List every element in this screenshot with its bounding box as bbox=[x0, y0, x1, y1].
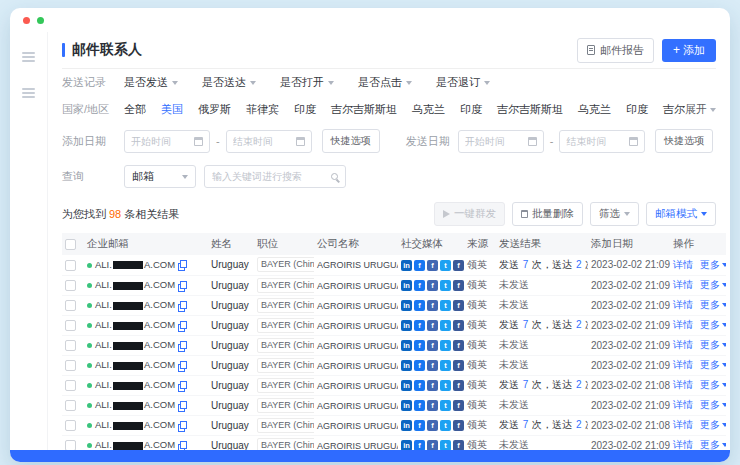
more-dropdown[interactable]: 更多 bbox=[700, 398, 726, 412]
social-icon-facebook[interactable]: f bbox=[427, 260, 438, 271]
row-checkbox[interactable] bbox=[65, 300, 76, 311]
copy-icon[interactable] bbox=[178, 321, 187, 331]
copy-icon[interactable] bbox=[178, 381, 187, 391]
send-record-option[interactable]: 是否点击 bbox=[358, 75, 412, 90]
row-checkbox[interactable] bbox=[65, 420, 76, 431]
social-icon-linkedin[interactable]: in bbox=[401, 420, 412, 431]
social-icon-facebook[interactable]: f bbox=[414, 280, 425, 291]
social-icon-facebook[interactable]: f bbox=[414, 360, 425, 371]
send-record-option[interactable]: 是否发送 bbox=[124, 75, 178, 90]
search-input-wrap[interactable] bbox=[204, 165, 346, 188]
detail-link[interactable]: 详情 bbox=[673, 419, 693, 430]
social-icon-linkedin[interactable]: in bbox=[401, 440, 412, 450]
more-dropdown[interactable]: 更多 bbox=[700, 358, 726, 372]
social-icon-facebook[interactable]: f bbox=[414, 340, 425, 351]
add-contact-button[interactable]: + 添加 bbox=[662, 39, 716, 62]
add-date-end-field[interactable] bbox=[233, 136, 289, 147]
filter-dropdown[interactable]: 筛选 bbox=[590, 202, 639, 226]
social-icon-twitter[interactable]: t bbox=[440, 280, 451, 291]
copy-icon[interactable] bbox=[178, 301, 187, 311]
row-checkbox[interactable] bbox=[65, 360, 76, 371]
more-dropdown[interactable]: 更多 bbox=[700, 318, 726, 332]
social-icon-linkedin[interactable]: in bbox=[401, 380, 412, 391]
country-option[interactable]: 全部 bbox=[124, 102, 146, 117]
copy-icon[interactable] bbox=[178, 281, 187, 291]
copy-icon[interactable] bbox=[178, 361, 187, 371]
social-icon-facebook[interactable]: f bbox=[453, 420, 464, 431]
social-icon-twitter[interactable]: t bbox=[440, 340, 451, 351]
social-icon-facebook[interactable]: f bbox=[427, 280, 438, 291]
social-icon-facebook[interactable]: f bbox=[453, 360, 464, 371]
send-date-quick-button[interactable]: 快捷选项 bbox=[655, 129, 713, 153]
row-checkbox[interactable] bbox=[65, 380, 76, 391]
row-checkbox[interactable] bbox=[65, 440, 76, 450]
copy-icon[interactable] bbox=[178, 421, 187, 431]
copy-icon[interactable] bbox=[178, 260, 187, 270]
social-icon-facebook[interactable]: f bbox=[427, 400, 438, 411]
social-icon-twitter[interactable]: t bbox=[440, 420, 451, 431]
social-icon-facebook[interactable]: f bbox=[453, 320, 464, 331]
social-icon-twitter[interactable]: t bbox=[440, 360, 451, 371]
more-dropdown[interactable]: 更多 bbox=[700, 298, 726, 312]
social-icon-facebook[interactable]: f bbox=[453, 300, 464, 311]
traffic-light-red-icon[interactable] bbox=[23, 17, 30, 24]
bulk-send-button[interactable]: 一键群发 bbox=[434, 202, 505, 226]
send-record-option[interactable]: 是否送达 bbox=[202, 75, 256, 90]
social-icon-facebook[interactable]: f bbox=[427, 300, 438, 311]
country-option[interactable]: 印度 bbox=[294, 102, 316, 117]
social-icon-linkedin[interactable]: in bbox=[401, 320, 412, 331]
social-icon-twitter[interactable]: t bbox=[440, 400, 451, 411]
detail-link[interactable]: 详情 bbox=[673, 399, 693, 410]
social-icon-facebook[interactable]: f bbox=[453, 400, 464, 411]
detail-link[interactable]: 详情 bbox=[673, 319, 693, 330]
send-date-start-field[interactable] bbox=[465, 136, 521, 147]
social-icon-facebook[interactable]: f bbox=[427, 360, 438, 371]
social-icon-linkedin[interactable]: in bbox=[401, 280, 412, 291]
country-option[interactable]: 俄罗斯 bbox=[198, 102, 231, 117]
row-checkbox[interactable] bbox=[65, 260, 76, 271]
social-icon-twitter[interactable]: t bbox=[440, 320, 451, 331]
more-dropdown[interactable]: 更多 bbox=[700, 258, 726, 272]
social-icon-facebook[interactable]: f bbox=[427, 340, 438, 351]
social-icon-twitter[interactable]: t bbox=[440, 440, 451, 450]
detail-link[interactable]: 详情 bbox=[673, 339, 693, 350]
detail-link[interactable]: 详情 bbox=[673, 359, 693, 370]
mode-dropdown[interactable]: 邮箱模式 bbox=[646, 202, 716, 226]
social-icon-facebook[interactable]: f bbox=[427, 380, 438, 391]
send-date-start-input[interactable] bbox=[458, 130, 544, 153]
detail-link[interactable]: 详情 bbox=[673, 299, 693, 310]
social-icon-facebook[interactable]: f bbox=[414, 320, 425, 331]
social-icon-facebook[interactable]: f bbox=[427, 420, 438, 431]
row-checkbox[interactable] bbox=[65, 400, 76, 411]
social-icon-facebook[interactable]: f bbox=[453, 380, 464, 391]
send-record-option[interactable]: 是否退订 bbox=[436, 75, 490, 90]
social-icon-facebook[interactable]: f bbox=[414, 260, 425, 271]
send-date-end-field[interactable] bbox=[566, 136, 622, 147]
social-icon-twitter[interactable]: t bbox=[440, 300, 451, 311]
row-checkbox[interactable] bbox=[65, 280, 76, 291]
menu-icon[interactable] bbox=[22, 88, 35, 98]
social-icon-facebook[interactable]: f bbox=[453, 280, 464, 291]
add-date-start-field[interactable] bbox=[131, 136, 187, 147]
social-icon-facebook[interactable]: f bbox=[414, 440, 425, 450]
more-dropdown[interactable]: 更多 bbox=[700, 418, 726, 432]
social-icon-linkedin[interactable]: in bbox=[401, 300, 412, 311]
add-date-start-input[interactable] bbox=[124, 130, 210, 153]
country-option[interactable]: 吉尔吉斯斯坦 bbox=[497, 102, 563, 117]
more-dropdown[interactable]: 更多 bbox=[700, 278, 726, 292]
social-icon-facebook[interactable]: f bbox=[453, 440, 464, 450]
social-icon-facebook[interactable]: f bbox=[414, 380, 425, 391]
social-icon-facebook[interactable]: f bbox=[414, 420, 425, 431]
send-date-end-input[interactable] bbox=[559, 130, 645, 153]
country-option[interactable]: 美国 bbox=[161, 102, 183, 117]
menu-icon[interactable] bbox=[22, 52, 35, 62]
social-icon-facebook[interactable]: f bbox=[414, 300, 425, 311]
country-option[interactable]: 乌克兰 bbox=[412, 102, 445, 117]
copy-icon[interactable] bbox=[178, 441, 187, 450]
copy-icon[interactable] bbox=[178, 401, 187, 411]
social-icon-facebook[interactable]: f bbox=[427, 440, 438, 450]
social-icon-linkedin[interactable]: in bbox=[401, 340, 412, 351]
bulk-delete-button[interactable]: 批量删除 bbox=[512, 202, 583, 226]
country-option[interactable]: 印度 bbox=[460, 102, 482, 117]
country-option[interactable]: 吉尔吉斯斯坦 bbox=[331, 102, 397, 117]
